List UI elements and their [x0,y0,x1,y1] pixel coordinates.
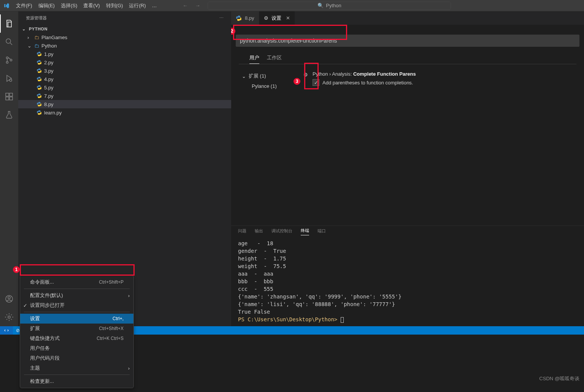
svg-point-2 [6,62,8,63]
svg-rect-5 [6,93,9,96]
editor-tabs: 8.py⚙设置✕ [231,11,584,25]
search-icon: 🔍 [317,3,324,8]
svg-point-11 [8,316,10,318]
menu-more-icon[interactable]: … [149,0,160,11]
context-menu-item[interactable]: 命令面板...Ctrl+Shift+P [20,277,133,287]
annotation-marker-3: 3 [294,78,300,85]
settings-nav-extensions[interactable]: ⌄ 扩展 (1) [242,71,296,81]
panel-tab-ports[interactable]: 端口 [317,228,326,235]
svg-point-4 [10,79,12,81]
svg-rect-6 [6,97,9,100]
annotation-marker-1: 1 [13,266,20,273]
activity-settings-icon[interactable] [0,308,18,326]
tree-file[interactable]: 4.py [18,75,231,83]
tree-file[interactable]: 7.py [18,92,231,100]
tree-file[interactable]: 5.py [18,83,231,92]
annotation-box-3 [304,63,319,89]
setting-desc: Add parentheses to function completions. [322,80,413,86]
activity-bar [0,11,18,326]
command-center-search[interactable]: 🔍 Python [208,2,451,10]
setting-title: Python › Analysis: Complete Function Par… [313,71,416,77]
context-menu-item[interactable]: 扩展Ctrl+Shift+X [20,324,133,333]
tree-file[interactable]: learn.py [18,108,231,117]
command-center-text: Python [326,3,341,8]
menu-view[interactable]: 查看(V) [80,0,103,11]
settings-scope-workspace[interactable]: 工作区 [267,54,282,64]
editor-tab[interactable]: ⚙设置✕ [259,11,295,25]
explorer-more-icon[interactable]: ⋯ [219,16,224,21]
menu-goto[interactable]: 转到(G) [103,0,126,11]
svg-rect-7 [10,97,13,100]
svg-point-1 [6,57,8,59]
menu-edit[interactable]: 编辑(E) [35,0,58,11]
context-menu-item[interactable]: 设置Ctrl+, [20,314,133,324]
vscode-logo-icon [0,3,13,9]
activity-search-icon[interactable] [0,33,18,51]
context-menu-item[interactable]: 配置文件(默认)› [20,290,133,300]
annotation-box-2 [233,25,347,40]
activity-run-icon[interactable] [0,69,18,87]
context-menu: 命令面板...Ctrl+Shift+P配置文件(默认)›✓设置同步已打开设置Ct… [20,275,134,335]
panel-tab-problems[interactable]: 问题 [238,228,246,235]
menu-bar: 文件(F) 编辑(E) 选择(S) 查看(V) 转到(G) 运行(R) … [13,0,160,11]
menu-run[interactable]: 运行(R) [126,0,149,11]
panel-tab-debugconsole[interactable]: 调试控制台 [271,228,292,235]
annotation-box-1 [20,264,135,276]
menu-file[interactable]: 文件(F) [13,0,35,11]
menu-select[interactable]: 选择(S) [58,0,80,11]
activity-explorer-icon[interactable] [0,14,18,33]
settings-scope-user[interactable]: 用户 [249,54,259,64]
explorer-title: 资源管理器 [26,15,47,21]
activity-account-icon[interactable] [0,290,18,308]
svg-point-3 [10,59,12,61]
activity-extensions-icon[interactable] [0,87,18,106]
context-menu-item[interactable]: 键盘快捷方式Ctrl+K Ctrl+S [20,333,133,335]
settings-nav-pylance[interactable]: Pylance (1) [242,81,296,91]
terminal-output[interactable]: age - 18 gender - True height - 1.75 wei… [231,237,584,326]
tree-folder[interactable]: ⌄🗀Python [18,41,231,50]
context-menu-item[interactable]: ✓设置同步已打开 [20,300,133,310]
tree-file[interactable]: 1.py [18,50,231,58]
tree-root[interactable]: ⌄PYTHON [18,25,231,33]
status-remote-icon[interactable] [0,326,13,335]
nav-back-icon[interactable]: ← [182,3,187,8]
svg-point-0 [6,39,11,43]
editor-tab[interactable]: 8.py [231,11,259,25]
activity-testing-icon[interactable] [0,106,18,124]
nav-fwd-icon[interactable]: → [195,3,200,8]
chevron-down-icon: ⌄ [242,73,246,79]
tree-folder[interactable]: ›🗀PlanGames [18,33,231,41]
svg-rect-8 [10,93,13,96]
panel-tab-terminal[interactable]: 终端 [301,228,309,235]
panel-tab-output[interactable]: 输出 [255,228,263,235]
tree-file[interactable]: 3.py [18,67,231,75]
svg-point-10 [8,297,10,299]
close-icon[interactable]: ✕ [286,15,290,21]
tree-file[interactable]: 2.py [18,58,231,67]
activity-scm-icon[interactable] [0,51,18,69]
tree-file[interactable]: 8.py [18,100,231,108]
